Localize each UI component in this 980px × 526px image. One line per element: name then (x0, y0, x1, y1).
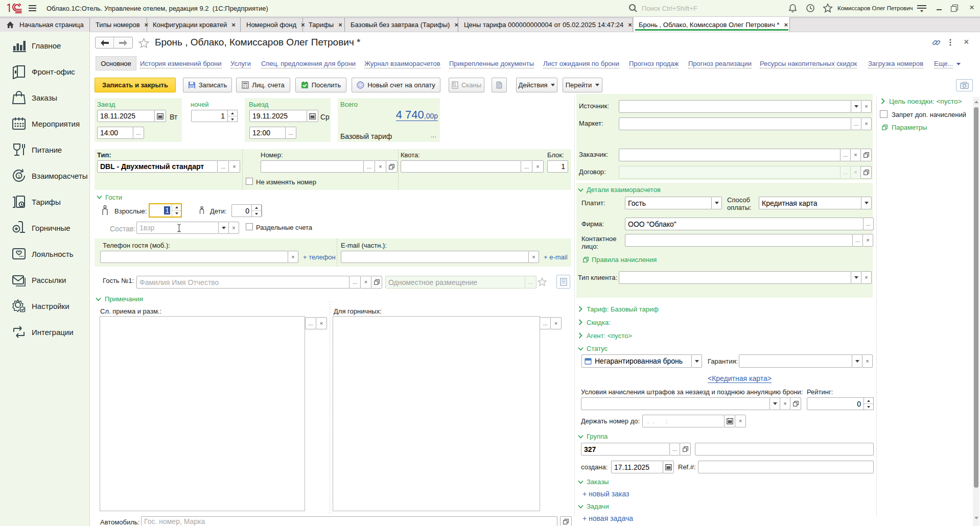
svg-text:1: 1 (17, 174, 20, 179)
